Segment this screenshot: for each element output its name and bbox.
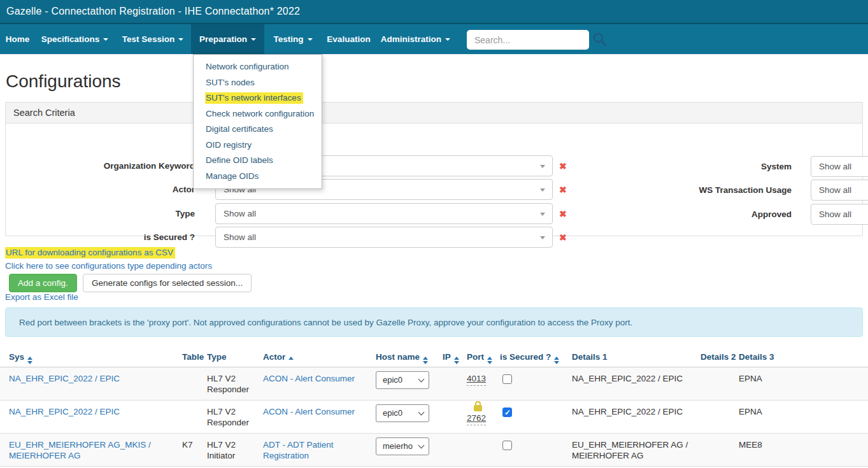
type-label: Type [6, 203, 195, 224]
menu-item-check-network-configuration[interactable]: Check network configuration [194, 106, 322, 122]
port-cell [458, 434, 496, 466]
configurations-table: Sys Table Type Actor Host name IP Port i… [0, 344, 868, 468]
column-header-host-name[interactable]: Host name [367, 344, 434, 367]
nav-item-administration[interactable]: Administration [376, 24, 455, 54]
search-input[interactable] [467, 30, 589, 50]
chevron-down-icon [418, 409, 425, 416]
column-header-details-3: Details 3 [735, 344, 868, 367]
type-cell: HL7 V2 Responder [198, 401, 254, 433]
host-name-select[interactable]: epic0 [376, 371, 429, 389]
is-secured-checkbox[interactable] [502, 441, 512, 450]
chevron-down-icon [445, 38, 450, 41]
chevron-down-icon [251, 38, 256, 41]
chevron-down-icon [418, 443, 425, 449]
column-header-actor[interactable]: Actor [254, 344, 367, 367]
select-arrow-icon [540, 165, 545, 168]
sort-icon [487, 357, 492, 364]
nav-item-testing[interactable]: Testing [264, 24, 322, 54]
host-name-select[interactable]: meierho [376, 437, 429, 455]
table-header-row: Sys Table Type Actor Host name IP Port i… [0, 344, 868, 367]
is-secured-checkbox[interactable] [502, 408, 512, 417]
column-header-is-secured[interactable]: is Secured ? [496, 344, 568, 367]
details-3-cell: EPNA [735, 401, 868, 433]
search-criteria-panel: Search Criteria Organization Keyword Sho… [5, 102, 863, 236]
sort-icon [27, 357, 32, 364]
depending-actors-link[interactable]: Click here to see configurations type de… [5, 261, 212, 271]
table-cell [173, 367, 198, 400]
clear-actor-icon[interactable] [559, 184, 569, 194]
table-row: NA_EHR_EPIC_2022 / EPIC HL7 V2 Responder… [0, 367, 868, 401]
nav-bar: Home Specifications Test Session Prepara… [0, 23, 868, 54]
type-cell: HL7 V2 Responder [198, 367, 254, 400]
port-link[interactable]: 2762 [467, 413, 486, 425]
approved-select[interactable]: Show all [811, 204, 868, 225]
column-header-sys[interactable]: Sys [0, 344, 173, 367]
actor-label: Actor [6, 179, 195, 200]
table-cell: K7 [173, 434, 198, 466]
column-header-details-2: Details 2 [697, 344, 735, 367]
is-secured-select[interactable]: Show all [215, 227, 553, 248]
add-config-button[interactable]: Add a config. [9, 274, 77, 292]
select-arrow-icon [540, 236, 545, 239]
menu-item-suts-nodes[interactable]: SUT's nodes [194, 75, 322, 91]
column-header-details-1: Details 1 [568, 344, 697, 367]
search-icon[interactable] [592, 31, 608, 50]
details-2-cell [697, 401, 735, 433]
clear-organization-keyword-icon[interactable] [559, 160, 569, 171]
system-link[interactable]: EU_EHR_MEIERHOFER AG_MKIS / MEIERHOFER A… [9, 440, 151, 460]
ws-transaction-usage-select[interactable]: Show all [811, 180, 868, 201]
ip-cell [434, 401, 458, 433]
menu-item-suts-network-interfaces[interactable]: SUT's network interfaces [194, 90, 322, 106]
actor-link[interactable]: ADT - ADT Patient Registration [263, 440, 334, 460]
table-row: EU_EHR_MEIERHOFER AG_MKIS / MEIERHOFER A… [0, 434, 868, 467]
menu-item-oid-registry[interactable]: OID registry [194, 138, 322, 153]
details-1-cell: EU_EHR_MEIERHOFER AG / MEIERHOFER AG [568, 434, 697, 466]
sort-icon [554, 357, 559, 364]
chevron-down-icon [308, 38, 313, 41]
generate-configs-button[interactable]: Generate configs for selected session... [83, 274, 252, 292]
nav-item-home[interactable]: Home [0, 24, 35, 54]
actor-link[interactable]: ACON - Alert Consumer [263, 407, 355, 416]
actor-link[interactable]: ACON - Alert Consumer [263, 374, 355, 383]
column-header-table: Table [173, 344, 198, 367]
column-header-port[interactable]: Port [458, 344, 496, 367]
page-title: Configurations [6, 71, 121, 92]
select-arrow-icon [540, 213, 545, 216]
host-name-select[interactable]: epic0 [376, 404, 429, 422]
table-row: NA_EHR_EPIC_2022 / EPIC HL7 V2 Responder… [0, 401, 868, 434]
system-link[interactable]: NA_EHR_EPIC_2022 / EPIC [9, 374, 120, 383]
details-2-cell [697, 434, 735, 466]
ws-transaction-usage-label: WS Transaction Usage [611, 180, 792, 201]
export-excel-link[interactable]: Export as Excel file [5, 292, 78, 302]
clear-type-icon[interactable] [559, 208, 569, 218]
menu-item-network-configuration[interactable]: Network configuration [194, 59, 322, 75]
system-link[interactable]: NA_EHR_EPIC_2022 / EPIC [9, 407, 120, 416]
nav-item-preparation[interactable]: Preparation [191, 24, 264, 54]
type-select[interactable]: Show all [215, 203, 553, 224]
menu-item-digital-certificates[interactable]: Digital certificates [194, 122, 322, 138]
search-criteria-body: Organization Keyword Show all Actor Show… [6, 124, 862, 236]
csv-download-link[interactable]: URL for downloading configurations as CS… [5, 248, 175, 257]
nav-item-test-session[interactable]: Test Session [115, 24, 191, 54]
select-arrow-icon [540, 188, 545, 192]
app-title: Gazelle - Connectathon Registration - IH… [0, 0, 868, 23]
system-label: System [611, 156, 792, 177]
column-header-ip[interactable]: IP [434, 344, 458, 367]
menu-item-define-oid-labels[interactable]: Define OID labels [194, 153, 322, 169]
is-secured-checkbox[interactable] [502, 374, 512, 384]
preparation-dropdown-menu: Network configuration SUT's nodes SUT's … [193, 54, 322, 189]
details-2-cell [697, 367, 735, 400]
details-3-cell: EPNA [735, 367, 868, 400]
type-cell: HL7 V2 Initiator [198, 434, 254, 466]
approved-label: Approved [611, 204, 792, 225]
details-1-cell: NA_EHR_EPIC_2022 / EPIC [568, 367, 697, 400]
lock-icon [474, 405, 482, 411]
nav-item-evaluation[interactable]: Evaluation [322, 24, 376, 54]
nav-item-specifications[interactable]: Specifications [35, 24, 115, 54]
system-select[interactable]: Show all [811, 156, 868, 177]
menu-item-manage-oids[interactable]: Manage OIDs [194, 169, 322, 185]
is-secured-label: is Secured ? [6, 227, 195, 248]
port-link[interactable]: 4013 [467, 373, 486, 386]
organization-keyword-label: Organization Keyword [6, 155, 195, 176]
clear-is-secured-icon[interactable] [559, 232, 569, 242]
